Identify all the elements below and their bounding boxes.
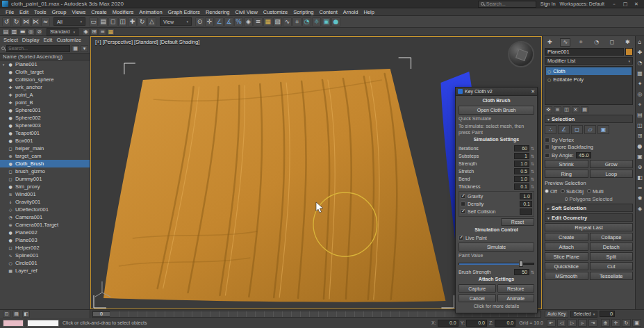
brush-strength-field[interactable]: 50 — [514, 269, 529, 275]
dialog-button[interactable]: Animate — [497, 294, 535, 302]
configure-columns-icon[interactable]: ▾ — [81, 45, 88, 52]
scene-object-row[interactable]: ▾ ● Plane001 — [0, 60, 90, 68]
sphere-shortcut-icon[interactable]: ● — [636, 142, 644, 150]
menu-item[interactable]: Group — [49, 9, 69, 15]
explorer-menu-item[interactable]: Edit — [42, 37, 53, 43]
snap-shortcut-icon[interactable]: ⊕ — [636, 163, 644, 171]
object-color-swatch[interactable] — [625, 48, 633, 56]
configure-modifier-sets-icon[interactable]: ▤ — [581, 106, 588, 113]
play-icon[interactable]: ▷ — [568, 319, 577, 327]
dialog-close-button[interactable]: ✕ — [531, 89, 535, 95]
checkbox[interactable] — [545, 145, 550, 149]
scene-object-row[interactable]: ⊕ Camera001.Target — [0, 221, 90, 229]
explorer-menu-item[interactable]: Select — [2, 37, 19, 43]
rectangular-selection-region-icon[interactable]: ◻ — [108, 17, 117, 26]
selection-lock-icon[interactable]: ⊘ — [35, 28, 43, 35]
menu-item[interactable]: Help — [361, 9, 377, 15]
checkbox-row[interactable]: Density 0.1 — [461, 201, 532, 207]
edit-geometry-button[interactable]: Slice Plane — [545, 252, 588, 261]
select-object-icon[interactable]: ▭ — [89, 17, 98, 26]
selection-button[interactable]: Loop — [590, 170, 634, 178]
light-shortcut-icon[interactable]: ✦ — [636, 80, 644, 88]
scene-object-row[interactable]: ● Sim_proxy — [0, 183, 90, 190]
percent-snap-icon[interactable]: % — [234, 17, 243, 26]
scene-object-row[interactable]: ● Sphere001 — [0, 106, 90, 114]
curve-editor-icon[interactable]: ∿ — [283, 17, 292, 26]
preview-radio-option[interactable]: Off — [545, 188, 557, 195]
maximize-button[interactable]: □ — [620, 0, 631, 8]
snap-toggle-icon[interactable]: ∠ — [215, 17, 224, 26]
paint-value-slider[interactable] — [459, 261, 534, 267]
graphite-ribbon-icon[interactable]: ▧ — [273, 17, 282, 26]
scene-object-row[interactable]: ● Cloth_target — [0, 68, 90, 76]
color-clipboard-icon[interactable]: ▦ — [107, 28, 115, 35]
undo-icon[interactable]: ↺ — [2, 17, 11, 26]
checkbox[interactable] — [459, 236, 463, 240]
parameter-value-field[interactable]: 60 — [514, 145, 529, 151]
dialog-button[interactable]: Capture — [459, 284, 496, 293]
edit-geometry-button[interactable]: Detach — [590, 243, 634, 251]
edit-geometry-button[interactable]: Attach — [545, 243, 588, 251]
scene-object-row[interactable]: ◻ Helper002 — [0, 244, 90, 252]
parameter-value-field[interactable]: 0.5 — [514, 168, 529, 174]
show-end-result-icon[interactable]: ≡ — [554, 106, 561, 113]
new-scene-explorer-icon[interactable]: ▤ — [13, 311, 20, 318]
edge-subobject-icon[interactable]: ∠ — [558, 125, 570, 134]
by-angle-row[interactable]: By Angle: 45.0 — [545, 151, 633, 158]
checkbox[interactable] — [461, 194, 465, 199]
viewcube[interactable] — [508, 41, 534, 67]
utilities-tab[interactable]: ✱ — [622, 38, 633, 47]
macro-recorder-field[interactable] — [3, 320, 24, 327]
parameter-value-field[interactable]: 1.0 — [514, 176, 529, 182]
selection-set-dropdown[interactable]: Selected ▾ — [570, 311, 597, 318]
edit-geometry-button[interactable]: Cut — [590, 262, 634, 270]
lock-ui-layout-icon[interactable]: ⊡ — [3, 311, 10, 318]
modifier-toggle-icon[interactable]: ○ — [547, 77, 551, 82]
menu-item[interactable]: Modifiers — [110, 9, 136, 15]
explorer-search-input[interactable] — [6, 45, 70, 52]
element-subobject-icon[interactable]: ▣ — [597, 125, 609, 134]
checkbox[interactable] — [461, 202, 465, 206]
target-shortcut-icon[interactable]: ⌖ — [636, 101, 644, 108]
toggle-layer-explorer-icon[interactable]: ◧ — [22, 311, 30, 318]
by-angle-value-field[interactable]: 45.0 — [576, 152, 591, 158]
scene-object-row[interactable]: ✚ point_A — [0, 91, 90, 99]
coordinate-field[interactable]: 0.0 — [438, 320, 459, 327]
menu-item[interactable]: Civil View — [232, 9, 260, 15]
align-icon[interactable]: ≡ — [254, 17, 263, 26]
checkbox-row[interactable]: Gravity 1.0 — [461, 193, 532, 199]
spinner-icon[interactable]: ⇅ — [531, 161, 534, 166]
create-tab[interactable]: ✚ — [545, 38, 555, 47]
mirror-tool-icon[interactable]: ◈ — [82, 28, 90, 35]
scene-object-row[interactable]: ● Sphere002 — [0, 114, 90, 122]
expand-arrow-icon[interactable]: ▾ — [1, 63, 6, 67]
scene-object-row[interactable]: ◻ brush_gizmo — [0, 167, 90, 175]
edit-geometry-button[interactable]: Create — [545, 233, 588, 241]
go-to-end-icon[interactable]: ⇥ — [588, 319, 597, 327]
scene-object-row[interactable]: ◻ helper_main — [0, 145, 90, 152]
render-setup-icon[interactable]: ☼ — [312, 17, 321, 26]
diamond-shortcut-icon[interactable]: ◈ — [636, 205, 644, 213]
render-production-icon[interactable]: ● — [331, 17, 340, 26]
shade-shortcut-icon[interactable]: ◧ — [636, 174, 644, 181]
parameter-value-field[interactable]: 1 — [514, 153, 529, 159]
scene-object-row[interactable]: ● Plane002 — [0, 229, 90, 236]
ribbon-toggle-icon[interactable]: ▬ — [19, 28, 26, 35]
polygon-subobject-icon[interactable]: ▱ — [584, 125, 596, 134]
angle-snap-icon[interactable]: ∡ — [224, 17, 233, 26]
layer-explorer-icon[interactable]: ▥ — [10, 28, 18, 35]
edit-geometry-button[interactable]: Split — [590, 252, 634, 261]
material-editor-icon[interactable]: ◔ — [302, 17, 311, 26]
scene-explorer-toggle-icon[interactable]: ▤ — [2, 28, 10, 35]
vertex-subobject-icon[interactable]: ∴ — [545, 125, 556, 134]
dialog-button[interactable]: Cancel — [459, 294, 496, 302]
menu-item[interactable]: Animation — [136, 9, 165, 15]
parameter-value-field[interactable]: 0.1 — [514, 183, 529, 190]
selection-set-icon[interactable]: ▦ — [72, 45, 79, 52]
previous-frame-icon[interactable]: ◁ — [557, 319, 566, 327]
align-shortcut-icon[interactable]: ≡ — [636, 184, 644, 192]
scene-object-row[interactable]: ✚ wrk_anchor — [0, 83, 90, 91]
time-slider-handle[interactable]: 0 — [92, 311, 110, 317]
scene-object-row[interactable]: ◇ UDeflector001 — [0, 206, 90, 213]
more-details-link[interactable]: Click for more details — [459, 304, 534, 311]
